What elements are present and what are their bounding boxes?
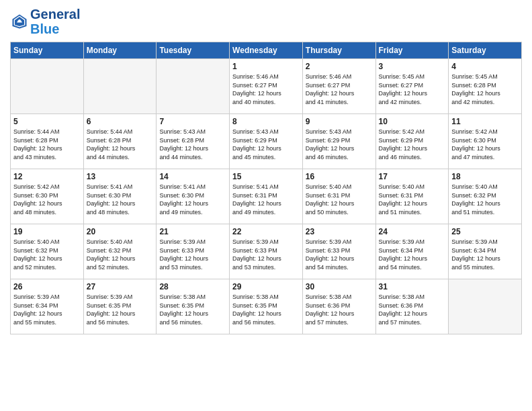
day-info: Sunrise: 5:40 AM Sunset: 6:31 PM Dayligh… [379,183,446,216]
day-number: 15 [232,172,300,181]
day-number: 4 [451,62,519,71]
day-number: 31 [379,282,446,291]
day-number: 26 [13,282,81,291]
day-info: Sunrise: 5:42 AM Sunset: 6:30 PM Dayligh… [451,128,519,161]
day-info: Sunrise: 5:38 AM Sunset: 6:35 PM Dayligh… [232,293,300,326]
day-info: Sunrise: 5:40 AM Sunset: 6:32 PM Dayligh… [13,238,81,271]
calendar-day: 11Sunrise: 5:42 AM Sunset: 6:30 PM Dayli… [449,114,522,169]
calendar-day: 21Sunrise: 5:39 AM Sunset: 6:33 PM Dayli… [157,224,230,279]
calendar-week-2: 5Sunrise: 5:44 AM Sunset: 6:28 PM Daylig… [11,114,522,169]
calendar-day: 2Sunrise: 5:46 AM Sunset: 6:27 PM Daylig… [302,59,375,114]
logo-icon [10,12,29,31]
calendar-day: 10Sunrise: 5:42 AM Sunset: 6:29 PM Dayli… [375,114,449,169]
col-thursday: Thursday [302,42,375,59]
day-number: 10 [379,117,446,126]
day-info: Sunrise: 5:39 AM Sunset: 6:34 PM Dayligh… [13,293,81,326]
day-number: 24 [379,227,446,236]
day-number: 29 [232,282,300,291]
day-info: Sunrise: 5:38 AM Sunset: 6:35 PM Dayligh… [159,293,226,326]
calendar-day: 31Sunrise: 5:38 AM Sunset: 6:36 PM Dayli… [375,279,449,334]
day-number: 18 [451,172,519,181]
day-number: 28 [159,282,226,291]
calendar-day: 24Sunrise: 5:39 AM Sunset: 6:34 PM Dayli… [375,224,449,279]
calendar-day: 20Sunrise: 5:40 AM Sunset: 6:32 PM Dayli… [83,224,157,279]
calendar-body: 1Sunrise: 5:46 AM Sunset: 6:27 PM Daylig… [11,59,522,334]
day-info: Sunrise: 5:45 AM Sunset: 6:28 PM Dayligh… [451,73,519,106]
day-info: Sunrise: 5:39 AM Sunset: 6:33 PM Dayligh… [232,238,300,271]
calendar-day [11,59,84,114]
logo-general: General [30,7,80,21]
calendar-day [83,59,157,114]
day-info: Sunrise: 5:40 AM Sunset: 6:31 PM Dayligh… [306,183,373,216]
calendar-day: 18Sunrise: 5:40 AM Sunset: 6:32 PM Dayli… [449,169,522,224]
day-info: Sunrise: 5:42 AM Sunset: 6:30 PM Dayligh… [13,183,81,216]
day-info: Sunrise: 5:39 AM Sunset: 6:33 PM Dayligh… [306,238,373,271]
day-number: 20 [87,227,154,236]
day-info: Sunrise: 5:46 AM Sunset: 6:27 PM Dayligh… [232,73,300,106]
day-info: Sunrise: 5:40 AM Sunset: 6:32 PM Dayligh… [87,238,154,271]
day-info: Sunrise: 5:42 AM Sunset: 6:29 PM Dayligh… [379,128,446,161]
calendar-day: 22Sunrise: 5:39 AM Sunset: 6:33 PM Dayli… [230,224,303,279]
day-number: 1 [232,62,300,71]
col-wednesday: Wednesday [230,42,303,59]
day-number: 9 [306,117,373,126]
calendar-day: 1Sunrise: 5:46 AM Sunset: 6:27 PM Daylig… [230,59,303,114]
calendar-table: Sunday Monday Tuesday Wednesday Thursday… [10,42,522,334]
calendar-day: 27Sunrise: 5:39 AM Sunset: 6:35 PM Dayli… [83,279,157,334]
day-info: Sunrise: 5:41 AM Sunset: 6:30 PM Dayligh… [87,183,154,216]
calendar-day: 8Sunrise: 5:43 AM Sunset: 6:29 PM Daylig… [230,114,303,169]
calendar-day: 6Sunrise: 5:44 AM Sunset: 6:28 PM Daylig… [83,114,157,169]
calendar-week-4: 19Sunrise: 5:40 AM Sunset: 6:32 PM Dayli… [11,224,522,279]
day-info: Sunrise: 5:45 AM Sunset: 6:27 PM Dayligh… [379,73,446,106]
day-number: 19 [13,227,81,236]
day-number: 12 [13,172,81,181]
calendar-week-5: 26Sunrise: 5:39 AM Sunset: 6:34 PM Dayli… [11,279,522,334]
day-number: 2 [306,62,373,71]
day-number: 13 [87,172,154,181]
calendar-day: 13Sunrise: 5:41 AM Sunset: 6:30 PM Dayli… [83,169,157,224]
calendar-day: 4Sunrise: 5:45 AM Sunset: 6:28 PM Daylig… [449,59,522,114]
calendar-day: 17Sunrise: 5:40 AM Sunset: 6:31 PM Dayli… [375,169,449,224]
day-number: 21 [159,227,226,236]
day-number: 6 [87,117,154,126]
day-info: Sunrise: 5:44 AM Sunset: 6:28 PM Dayligh… [87,128,154,161]
day-info: Sunrise: 5:41 AM Sunset: 6:31 PM Dayligh… [232,183,300,216]
day-info: Sunrise: 5:43 AM Sunset: 6:29 PM Dayligh… [232,128,300,161]
day-info: Sunrise: 5:44 AM Sunset: 6:28 PM Dayligh… [13,128,81,161]
day-info: Sunrise: 5:43 AM Sunset: 6:29 PM Dayligh… [306,128,373,161]
calendar-day: 25Sunrise: 5:39 AM Sunset: 6:34 PM Dayli… [449,224,522,279]
day-number: 27 [87,282,154,291]
calendar-day: 15Sunrise: 5:41 AM Sunset: 6:31 PM Dayli… [230,169,303,224]
col-saturday: Saturday [449,42,522,59]
day-info: Sunrise: 5:39 AM Sunset: 6:34 PM Dayligh… [379,238,446,271]
day-number: 23 [306,227,373,236]
day-info: Sunrise: 5:38 AM Sunset: 6:36 PM Dayligh… [306,293,373,326]
day-number: 11 [451,117,519,126]
calendar-header: Sunday Monday Tuesday Wednesday Thursday… [11,42,522,59]
calendar-day: 23Sunrise: 5:39 AM Sunset: 6:33 PM Dayli… [302,224,375,279]
day-info: Sunrise: 5:39 AM Sunset: 6:34 PM Dayligh… [451,238,519,271]
calendar-day: 7Sunrise: 5:43 AM Sunset: 6:28 PM Daylig… [157,114,230,169]
col-sunday: Sunday [11,42,84,59]
calendar-day: 19Sunrise: 5:40 AM Sunset: 6:32 PM Dayli… [11,224,84,279]
main-container: General Blue Sunday Monday Tuesday Wedne… [0,0,532,341]
calendar-day: 5Sunrise: 5:44 AM Sunset: 6:28 PM Daylig… [11,114,84,169]
day-number: 16 [306,172,373,181]
col-monday: Monday [83,42,157,59]
logo-text-block: General Blue [30,7,80,36]
day-info: Sunrise: 5:39 AM Sunset: 6:33 PM Dayligh… [159,238,226,271]
day-info: Sunrise: 5:38 AM Sunset: 6:36 PM Dayligh… [379,293,446,326]
logo: General Blue [10,7,80,36]
day-number: 14 [159,172,226,181]
day-info: Sunrise: 5:43 AM Sunset: 6:28 PM Dayligh… [159,128,226,161]
day-number: 25 [451,227,519,236]
day-number: 5 [13,117,81,126]
day-number: 8 [232,117,300,126]
calendar-day: 12Sunrise: 5:42 AM Sunset: 6:30 PM Dayli… [11,169,84,224]
calendar-day [157,59,230,114]
col-friday: Friday [375,42,449,59]
day-number: 7 [159,117,226,126]
day-number: 17 [379,172,446,181]
calendar-day: 3Sunrise: 5:45 AM Sunset: 6:27 PM Daylig… [375,59,449,114]
calendar-day: 9Sunrise: 5:43 AM Sunset: 6:29 PM Daylig… [302,114,375,169]
